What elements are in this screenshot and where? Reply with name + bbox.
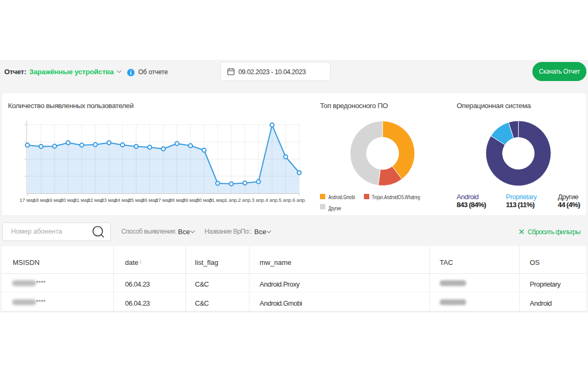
svg-text:5 апр.: 5 апр.: [279, 197, 292, 203]
svg-text:2 апр.: 2 апр.: [238, 197, 252, 203]
svg-text:1 апр.: 1 апр.: [225, 197, 238, 203]
svg-text:4 апр.: 4 апр.: [265, 197, 279, 203]
svg-text:31 мар.: 31 мар.: [209, 197, 227, 203]
svg-text:3 апр.: 3 апр.: [252, 197, 265, 203]
svg-text:6 апр.: 6 апр.: [292, 197, 306, 203]
